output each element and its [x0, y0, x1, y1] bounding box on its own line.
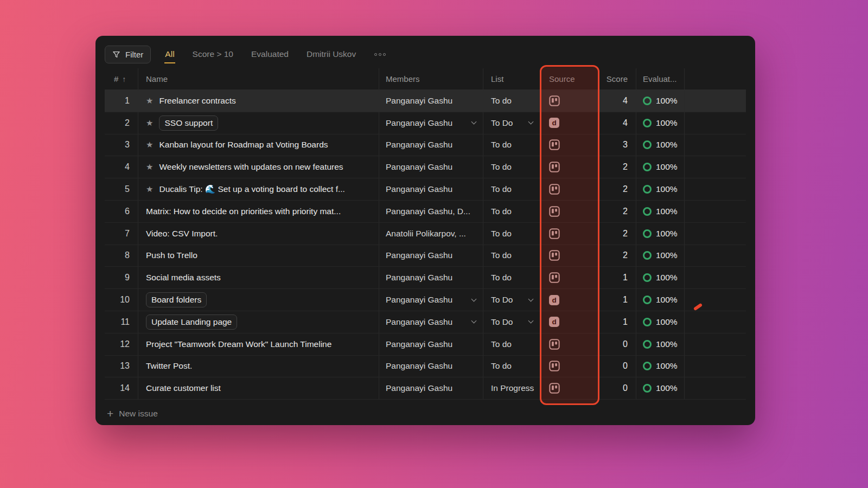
star-icon[interactable]: ★ — [146, 96, 153, 106]
filter-button[interactable]: Filter — [105, 46, 151, 63]
evaluated-cell[interactable]: 100% — [636, 377, 685, 399]
members-cell[interactable]: Panganayi Gashu — [379, 267, 483, 288]
filter-tab-score-10[interactable]: Score > 10 — [192, 45, 234, 63]
members-cell[interactable]: Panganayi Gashu — [379, 178, 483, 200]
table-row[interactable]: 1★Freelancer contractsPanganayi GashuTo … — [105, 90, 746, 112]
members-cell[interactable]: Panganayi Gashu — [379, 134, 483, 156]
list-cell[interactable]: To do — [483, 156, 540, 178]
table-row[interactable]: 5★Ducalis Tip: 🌊 Set up a voting board t… — [105, 178, 746, 201]
issue-name[interactable]: Twitter Post. — [146, 361, 192, 371]
table-row[interactable]: 14Curate customer listPanganayi GashuIn … — [105, 377, 746, 400]
star-icon[interactable]: ★ — [146, 118, 153, 128]
trello-source-icon[interactable] — [549, 162, 560, 172]
table-row[interactable]: 2★SSO supportPanganayi GashuTo Dod4100% — [105, 112, 746, 134]
evaluated-cell[interactable]: 100% — [636, 178, 685, 200]
column-header-evaluat[interactable]: Evaluat... — [636, 68, 685, 89]
members-cell[interactable]: Panganayi Gashu — [379, 311, 483, 333]
members-cell[interactable]: Panganayi Gashu, D... — [379, 201, 483, 222]
members-cell[interactable]: Panganayi Gashu — [379, 245, 483, 267]
issue-name[interactable]: Update Landing page — [146, 314, 237, 330]
trello-source-icon[interactable] — [549, 383, 560, 394]
trello-source-icon[interactable] — [549, 361, 560, 371]
list-cell[interactable]: To Do — [483, 289, 540, 311]
issue-name[interactable]: Ducalis Tip: 🌊 Set up a voting board to … — [159, 184, 344, 194]
evaluated-cell[interactable]: 100% — [636, 201, 685, 222]
column-header-source[interactable]: Source — [540, 68, 598, 89]
filter-tab-evaluated[interactable]: Evaluated — [251, 45, 289, 63]
evaluated-cell[interactable]: 100% — [636, 356, 685, 377]
evaluated-cell[interactable]: 100% — [636, 289, 685, 311]
table-row[interactable]: 12Project "Teamwork Dream Work" Launch T… — [105, 333, 746, 356]
ducalis-source-icon[interactable]: d — [549, 295, 559, 305]
evaluated-cell[interactable]: 100% — [636, 112, 685, 134]
evaluated-cell[interactable]: 100% — [636, 245, 685, 267]
list-cell[interactable]: To do — [483, 201, 540, 222]
table-row[interactable]: 8Push to TrelloPanganayi GashuTo do2100% — [105, 245, 746, 267]
list-cell[interactable]: To do — [483, 356, 540, 377]
issue-name[interactable]: Social media assets — [146, 273, 221, 282]
members-cell[interactable]: Panganayi Gashu — [379, 112, 483, 134]
table-row[interactable]: 3★Kanban layout for Roadmap at Voting Bo… — [105, 134, 746, 157]
list-cell[interactable]: To Do — [483, 311, 540, 333]
column-header-name[interactable]: Name — [138, 68, 379, 89]
list-cell[interactable]: In Progress — [483, 377, 540, 399]
issue-name[interactable]: Curate customer list — [146, 383, 221, 393]
issue-name[interactable]: Freelancer contracts — [159, 96, 235, 106]
trello-source-icon[interactable] — [549, 139, 560, 150]
issue-name[interactable]: Kanban layout for Roadmap at Voting Boar… — [159, 140, 328, 150]
members-cell[interactable]: Panganayi Gashu — [379, 289, 483, 311]
list-cell[interactable]: To do — [483, 90, 540, 112]
more-options-icon[interactable] — [372, 50, 388, 59]
members-cell[interactable]: Panganayi Gashu — [379, 90, 483, 112]
list-cell[interactable]: To do — [483, 245, 540, 267]
evaluated-cell[interactable]: 100% — [636, 223, 685, 245]
trello-source-icon[interactable] — [549, 95, 560, 106]
members-cell[interactable]: Panganayi Gashu — [379, 377, 483, 399]
star-icon[interactable]: ★ — [146, 140, 153, 150]
list-cell[interactable]: To do — [483, 333, 540, 355]
column-header-[interactable]: #↑ — [105, 68, 138, 89]
trello-source-icon[interactable] — [549, 250, 560, 261]
table-row[interactable]: 4★Weekly newsletters with updates on new… — [105, 156, 746, 178]
evaluated-cell[interactable]: 100% — [636, 134, 685, 156]
evaluated-cell[interactable]: 100% — [636, 311, 685, 333]
trello-source-icon[interactable] — [549, 184, 560, 195]
column-header-members[interactable]: Members — [379, 68, 483, 89]
issue-name[interactable]: Weekly newsletters with updates on new f… — [159, 162, 343, 172]
members-cell[interactable]: Anatolii Polikarpov, ... — [379, 223, 483, 245]
members-cell[interactable]: Panganayi Gashu — [379, 156, 483, 178]
issue-name[interactable]: Matrix: How to decide on priorities with… — [146, 207, 341, 216]
evaluated-cell[interactable]: 100% — [636, 333, 685, 355]
trello-source-icon[interactable] — [549, 272, 560, 283]
list-cell[interactable]: To do — [483, 223, 540, 245]
star-icon[interactable]: ★ — [146, 184, 153, 194]
issue-name[interactable]: Video: CSV Import. — [146, 229, 218, 239]
list-cell[interactable]: To do — [483, 134, 540, 156]
issue-name[interactable]: Board folders — [146, 292, 207, 307]
evaluated-cell[interactable]: 100% — [636, 90, 685, 112]
column-header-score[interactable]: Score — [598, 68, 636, 89]
column-header-list[interactable]: List — [483, 68, 540, 89]
filter-tab-dmitrii-uskov[interactable]: Dmitrii Uskov — [306, 45, 356, 63]
issue-name[interactable]: Project "Teamwork Dream Work" Launch Tim… — [146, 339, 331, 349]
table-row[interactable]: 6Matrix: How to decide on priorities wit… — [105, 201, 746, 223]
star-icon[interactable]: ★ — [146, 162, 153, 172]
issue-name[interactable]: Push to Trello — [146, 251, 197, 260]
list-cell[interactable]: To do — [483, 178, 540, 200]
evaluated-cell[interactable]: 100% — [636, 267, 685, 288]
list-cell[interactable]: To Do — [483, 112, 540, 134]
table-row[interactable]: 13Twitter Post.Panganayi GashuTo do0100% — [105, 356, 746, 378]
table-row[interactable]: 11Update Landing pagePanganayi GashuTo D… — [105, 311, 746, 333]
ducalis-source-icon[interactable]: d — [549, 118, 559, 128]
table-row[interactable]: 10Board foldersPanganayi GashuTo Dod1100… — [105, 289, 746, 311]
members-cell[interactable]: Panganayi Gashu — [379, 333, 483, 355]
evaluated-cell[interactable]: 100% — [636, 156, 685, 178]
table-row[interactable]: 7Video: CSV Import.Anatolii Polikarpov, … — [105, 223, 746, 245]
ducalis-source-icon[interactable]: d — [549, 317, 559, 327]
issue-name[interactable]: SSO support — [159, 115, 218, 131]
trello-source-icon[interactable] — [549, 339, 560, 350]
new-issue-button[interactable]: + New issue — [105, 403, 160, 423]
trello-source-icon[interactable] — [549, 206, 560, 217]
trello-source-icon[interactable] — [549, 228, 560, 239]
list-cell[interactable]: To do — [483, 267, 540, 288]
